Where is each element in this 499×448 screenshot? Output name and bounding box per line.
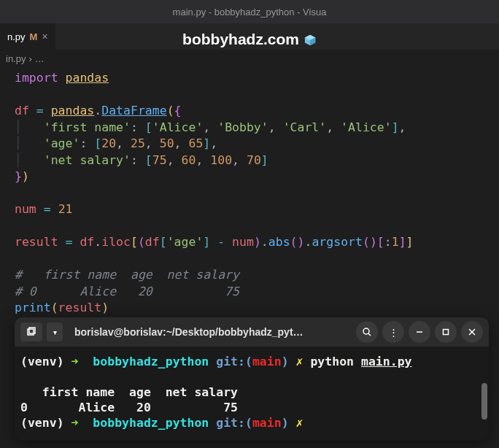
module-pandas: pandas [66,71,109,85]
svg-rect-8 [444,330,449,335]
breadcrumb-file: in.py [6,53,26,64]
terminal-window: ▾ borislav@borislav:~/Desktop/bobbyhadz_… [15,317,489,441]
close-button[interactable] [461,321,483,343]
breadcrumb-more: … [35,53,45,64]
new-tab-button[interactable] [20,323,42,341]
search-button[interactable] [356,321,378,343]
cube-icon [303,33,317,46]
watermark-text: bobbyhadz.com [182,31,299,48]
dict-key: 'first name' [44,120,131,134]
output-row: 0 Alice 20 75 [20,401,238,414]
terminal-title: borislav@borislav:~/Desktop/bobbyhadz_py… [67,326,352,338]
prompt-dir: bobbyhadz_python [93,355,209,368]
output-header: first name age net salary [20,385,238,399]
var-df: df [15,104,29,117]
maximize-button[interactable] [435,321,457,343]
code-editor[interactable]: import pandas df = pandas.DataFrame({ │ … [0,67,499,331]
git-branch: main [252,355,282,368]
breadcrumb[interactable]: in.py › … [0,50,499,67]
cmd-python: python [310,355,354,368]
svg-line-6 [368,333,371,336]
tab-dropdown-button[interactable]: ▾ [47,323,63,341]
tab-modified-indicator: M [30,31,38,42]
tab-filename: n.py [7,31,26,42]
minimize-button[interactable] [409,321,430,343]
keyword-import: import [15,71,58,85]
window-titlebar: main.py - bobbyhadz_python - Visua [0,0,499,23]
svg-rect-4 [29,328,35,333]
terminal-body[interactable]: (venv) ➜ bobbyhadz_python git:(main) ✗ p… [15,347,489,441]
svg-point-5 [363,328,369,334]
var-result: result [15,235,58,249]
watermark: bobbyhadz.com [182,31,317,48]
dict-key: 'age' [44,136,80,150]
cmd-file: main.py [361,355,412,368]
comment-line: # 0 Alice 20 75 [15,285,239,298]
func-print: print [15,301,51,314]
op-assign: = [36,104,44,117]
comment-line: # first name age net salary [15,268,239,282]
tab-main-py[interactable]: n.py M × [0,23,55,50]
dict-key: 'net salary' [44,153,131,167]
prompt-arrow: ➜ [71,355,79,368]
close-icon[interactable]: × [42,31,47,42]
ref-pandas: pandas [51,104,95,117]
terminal-scrollbar[interactable] [481,383,487,420]
menu-button[interactable]: ⋮ [382,321,404,343]
func-dataframe: DataFrame [101,104,166,117]
terminal-titlebar: ▾ borislav@borislav:~/Desktop/bobbyhadz_… [15,317,489,347]
git-dirty-icon: ✗ [296,355,303,368]
svg-rect-3 [28,329,34,335]
breadcrumb-separator: › [28,53,31,64]
var-num: num [15,202,36,216]
window-title: main.py - bobbyhadz_python - Visua [173,7,327,18]
